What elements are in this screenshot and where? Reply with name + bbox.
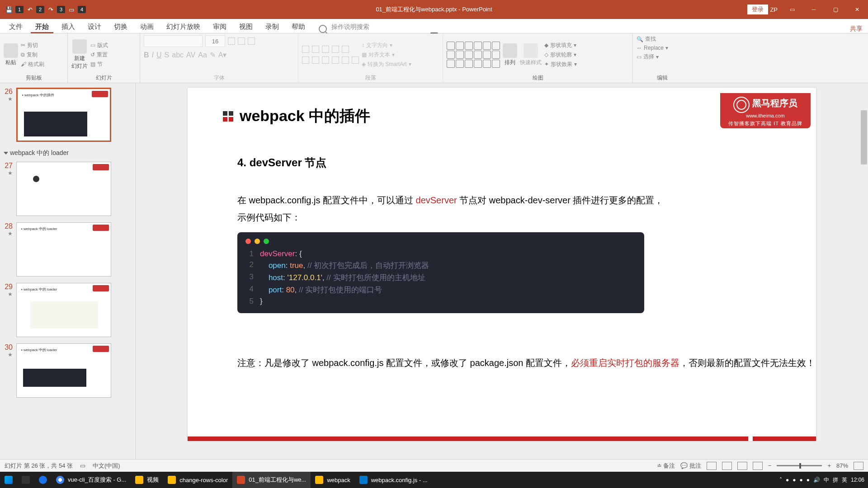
reset-button[interactable]: ↺ 重置 xyxy=(90,51,108,59)
tab-home[interactable]: 开始H xyxy=(29,21,55,33)
justify-icon[interactable] xyxy=(332,56,339,64)
slide-thumbnail-29[interactable]: ▪ webpack 中的 loader xyxy=(16,283,111,337)
tab-transition[interactable]: 切换K xyxy=(108,21,134,33)
tab-record[interactable]: 录制C xyxy=(259,21,285,33)
slideshow-view-icon[interactable] xyxy=(753,462,763,470)
align-center-icon[interactable] xyxy=(312,56,319,64)
font-color-button[interactable]: A▾ xyxy=(218,51,227,59)
tray-icon[interactable]: ● xyxy=(786,477,789,483)
slide-editor[interactable]: 黑马程序员 www.itheima.com 传智播客旗下高端 IT 教育品牌 w… xyxy=(136,83,868,461)
find-button[interactable]: 🔍 查找 xyxy=(637,35,656,43)
taskbar-vscode[interactable]: webpack.config.js - ... xyxy=(355,472,432,488)
section-header[interactable]: webpack 中的 loader xyxy=(0,146,135,160)
slide-canvas[interactable]: 黑马程序员 www.itheima.com 传智播客旗下高端 IT 教育品牌 w… xyxy=(188,88,816,441)
new-slide-button[interactable]: 新建 幻灯片 xyxy=(71,39,88,70)
tab-view[interactable]: 视图W xyxy=(233,21,259,33)
zoom-level[interactable]: 87% xyxy=(836,462,848,469)
smartart-button[interactable]: ◈ 转换为 SmartArt ▾ xyxy=(362,61,411,68)
shape-gallery[interactable] xyxy=(447,42,500,68)
underline-button[interactable]: U xyxy=(156,51,162,59)
tell-me-input[interactable]: 操作说明搜索Q xyxy=(331,21,369,33)
tray-icon[interactable]: ● xyxy=(793,477,796,483)
tab-review[interactable]: 审阅R xyxy=(207,21,233,33)
line-spacing-icon[interactable] xyxy=(342,46,349,53)
shadow-button[interactable]: abc xyxy=(172,51,184,59)
slide-thumbnail-27[interactable] xyxy=(16,162,111,216)
taskbar-chrome[interactable]: vue-cli_百度搜索 - G... xyxy=(52,472,131,488)
volume-icon[interactable]: 🔊 xyxy=(813,477,820,483)
change-case-button[interactable]: Aa xyxy=(198,51,207,59)
align-text-button[interactable]: ▦ 对齐文本 ▾ xyxy=(362,51,395,59)
fit-window-icon[interactable] xyxy=(854,462,863,470)
slide-thumbnail-28[interactable]: ▪ webpack 中的 loader xyxy=(16,222,111,277)
normal-view-icon[interactable] xyxy=(707,462,717,470)
taskbar-app[interactable] xyxy=(17,472,34,488)
taskbar-powerpoint[interactable]: 01_前端工程化与we... xyxy=(232,472,311,488)
tab-animation[interactable]: 动画A xyxy=(134,21,160,33)
clear-format-icon[interactable] xyxy=(248,38,255,45)
taskbar-edge[interactable] xyxy=(34,472,52,488)
minimize-button[interactable]: ─ xyxy=(803,0,825,19)
shape-outline-button[interactable]: ◇ 形状轮廓 ▾ xyxy=(544,51,576,59)
tray-icon[interactable]: ● xyxy=(799,477,802,483)
ribbon-display-icon[interactable]: ▭ xyxy=(781,0,803,19)
font-family-input[interactable] xyxy=(144,35,203,47)
copy-button[interactable]: ⧉ 复制 xyxy=(21,51,44,59)
char-spacing-button[interactable]: AV xyxy=(186,51,195,59)
columns-icon[interactable] xyxy=(352,56,359,64)
tab-insert[interactable]: 插入N xyxy=(55,21,81,33)
tab-slideshow[interactable]: 幻灯片放映S xyxy=(160,21,207,33)
slide-thumbnails-panel[interactable]: 26★ ▪ webpack 中的插件 webpack 中的 loader 27★… xyxy=(0,83,136,461)
cut-button[interactable]: ✂ 剪切 xyxy=(21,42,44,49)
sections-button[interactable]: ▤ 节 xyxy=(90,61,108,68)
spellcheck-icon[interactable]: ▭ xyxy=(80,462,85,469)
share-button[interactable]: 共享ZS xyxy=(850,25,863,33)
sorter-view-icon[interactable] xyxy=(722,462,732,470)
taskbar-folder-3[interactable]: webpack xyxy=(311,472,354,488)
ime-pin[interactable]: 拼 xyxy=(833,476,838,484)
save-icon[interactable]: 💾 xyxy=(4,4,14,15)
layout-button[interactable]: ▭ 版式 xyxy=(90,42,108,49)
distribute-icon[interactable] xyxy=(342,56,349,64)
shrink-font-icon[interactable] xyxy=(238,38,245,45)
bullets-icon[interactable] xyxy=(302,46,309,53)
start-button[interactable] xyxy=(0,472,17,488)
slide-thumbnail-30[interactable]: ▪ webpack 中的 loader xyxy=(16,343,111,398)
taskbar-folder[interactable]: 视频 xyxy=(131,472,163,488)
zoom-slider[interactable] xyxy=(777,465,822,466)
quick-styles-button[interactable]: 快速样式 xyxy=(520,43,542,66)
align-left-icon[interactable] xyxy=(302,56,309,64)
font-size-input[interactable] xyxy=(205,35,225,47)
italic-button[interactable]: I xyxy=(152,51,154,59)
taskbar-folder-2[interactable]: change-rows-color xyxy=(163,472,232,488)
notes-button[interactable]: ≐ 备注 xyxy=(657,462,675,470)
reading-view-icon[interactable] xyxy=(737,462,747,470)
numbering-icon[interactable] xyxy=(312,46,319,53)
arrange-button[interactable]: 排列 xyxy=(503,43,517,66)
maximize-button[interactable]: ▢ xyxy=(825,0,846,19)
close-button[interactable]: ✕ xyxy=(846,0,868,19)
login-button[interactable]: 登录 xyxy=(747,5,768,14)
language-status[interactable]: 中文(中国) xyxy=(93,462,120,470)
zoom-in-button[interactable]: + xyxy=(827,462,831,469)
tray-icon[interactable]: ● xyxy=(807,477,810,483)
format-painter-button[interactable]: 🖌 格式刷 xyxy=(21,61,44,68)
paste-button[interactable]: 粘贴 xyxy=(4,43,18,66)
editor-scrollbar[interactable] xyxy=(860,83,868,461)
replace-button[interactable]: ↔ Replace ▾ xyxy=(637,45,668,51)
bold-button[interactable]: B xyxy=(144,51,149,59)
slide-thumbnail-26[interactable]: ▪ webpack 中的插件 xyxy=(16,88,111,142)
grow-font-icon[interactable] xyxy=(228,38,235,45)
zoom-out-button[interactable]: − xyxy=(768,462,772,469)
strikethrough-button[interactable]: S xyxy=(165,51,170,59)
align-right-icon[interactable] xyxy=(322,56,329,64)
text-direction-button[interactable]: ↕ 文字方向 ▾ xyxy=(362,42,392,49)
comments-button[interactable]: 💬 批注 xyxy=(680,462,701,470)
shape-fill-button[interactable]: ◆ 形状填充 ▾ xyxy=(544,42,576,49)
start-slideshow-icon[interactable]: ▭ xyxy=(66,4,77,15)
select-button[interactable]: ▭ 选择 ▾ xyxy=(637,53,659,61)
increase-indent-icon[interactable] xyxy=(332,46,339,53)
highlight-button[interactable]: ✎ xyxy=(210,51,216,59)
undo-icon[interactable]: ↶ xyxy=(24,4,35,15)
decrease-indent-icon[interactable] xyxy=(322,46,329,53)
